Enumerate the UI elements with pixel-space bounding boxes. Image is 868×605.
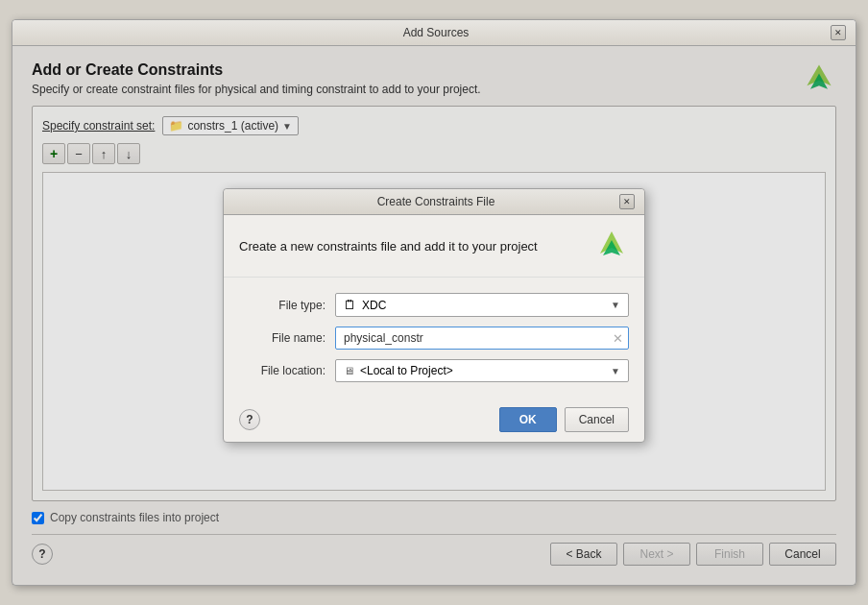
dialog-help-button[interactable]: ?: [239, 409, 260, 430]
file-type-label: File type:: [239, 299, 326, 312]
xdc-file-icon: 🗒: [344, 298, 356, 312]
dialog-body: File type: 🗒 XDC ▼ File name:: [224, 278, 644, 398]
file-location-control: 🖥 <Local to Project> ▼: [335, 359, 629, 382]
file-type-row: File type: 🗒 XDC ▼: [239, 293, 629, 317]
file-location-value: <Local to Project>: [360, 364, 611, 377]
dialog-title: Create Constraints File: [253, 195, 619, 208]
main-window: Add Sources ✕ Add or Create Constraints …: [12, 19, 856, 586]
dialog-titlebar: Create Constraints File ✕: [224, 189, 644, 215]
dialog-logo-icon: [594, 229, 629, 263]
file-type-dropdown[interactable]: 🗒 XDC ▼: [335, 293, 629, 317]
file-name-row: File name: ✕: [239, 327, 629, 350]
location-folder-icon: 🖥: [344, 365, 354, 376]
file-name-label: File name:: [239, 331, 326, 345]
file-name-input[interactable]: [335, 327, 629, 350]
file-type-control: 🗒 XDC ▼: [335, 293, 629, 317]
main-window-title: Add Sources: [41, 26, 831, 39]
file-name-control: ✕: [335, 327, 629, 350]
file-location-dropdown[interactable]: 🖥 <Local to Project> ▼: [335, 359, 629, 382]
file-type-arrow-icon: ▼: [611, 300, 620, 310]
dialog-footer: ? OK Cancel: [224, 398, 644, 442]
window-controls: ✕: [831, 25, 846, 40]
location-arrow-icon: ▼: [611, 366, 620, 376]
dialog-header: Create a new constraints file and add it…: [224, 215, 644, 278]
dialog-header-text: Create a new constraints file and add it…: [239, 239, 538, 254]
window-body: Add or Create Constraints Specify or cre…: [12, 46, 856, 585]
file-location-row: File location: 🖥 <Local to Project> ▼: [239, 359, 629, 382]
clear-input-icon[interactable]: ✕: [613, 331, 623, 346]
dialog-close-button[interactable]: ✕: [619, 194, 635, 209]
dialog-ok-button[interactable]: OK: [499, 407, 557, 432]
dialog-overlay: Create Constraints File ✕ Create a new c…: [12, 46, 856, 585]
dialog-cancel-button[interactable]: Cancel: [565, 407, 629, 432]
dialog-actions: OK Cancel: [499, 407, 629, 432]
file-type-value: XDC: [362, 299, 611, 312]
create-constraints-dialog: Create Constraints File ✕ Create a new c…: [223, 188, 645, 443]
main-titlebar: Add Sources ✕: [12, 20, 856, 46]
file-location-label: File location:: [239, 364, 326, 377]
window-close-button[interactable]: ✕: [831, 25, 846, 40]
